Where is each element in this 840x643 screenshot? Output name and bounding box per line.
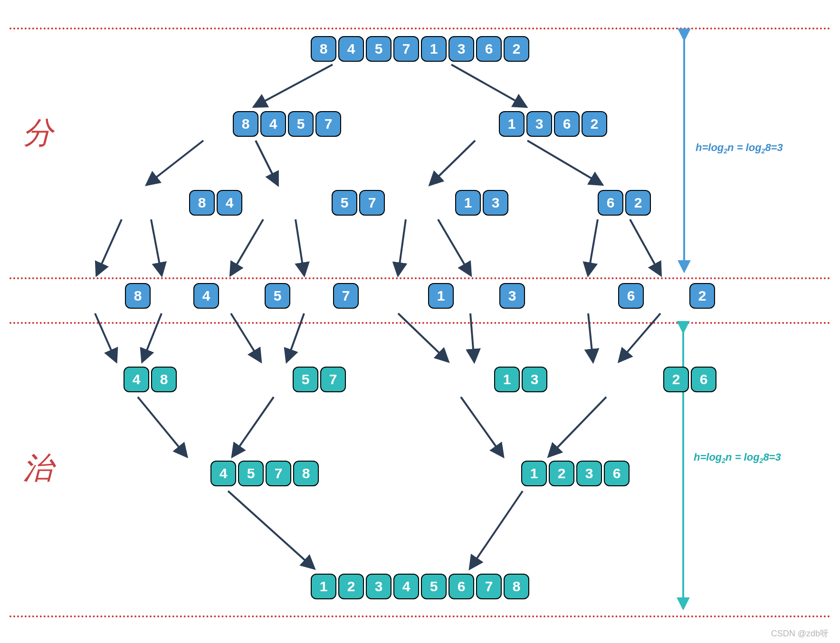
value-box: 6 bbox=[604, 461, 630, 486]
svg-line-28 bbox=[228, 491, 314, 568]
divide-level-3: 84571362 bbox=[0, 283, 840, 309]
value-box: 5 bbox=[288, 111, 314, 137]
conquer-level-2: 12345678 bbox=[0, 574, 840, 599]
svg-line-25 bbox=[233, 397, 274, 456]
value-box: 7 bbox=[266, 461, 291, 486]
value-box: 8 bbox=[151, 367, 177, 392]
value-box: 8 bbox=[311, 36, 336, 62]
conquer-level-0: 48571326 bbox=[0, 367, 840, 392]
value-group: 26 bbox=[663, 367, 716, 392]
value-group: 57 bbox=[293, 367, 346, 392]
svg-line-16 bbox=[95, 313, 116, 361]
value-box: 6 bbox=[554, 111, 580, 137]
divider-bottom bbox=[10, 615, 830, 617]
divide-level-0: 84571362 bbox=[0, 36, 840, 62]
value-box: 4 bbox=[210, 461, 236, 486]
value-box: 3 bbox=[483, 190, 508, 216]
value-box: 6 bbox=[598, 190, 623, 216]
value-box: 1 bbox=[494, 367, 520, 392]
value-box: 4 bbox=[217, 190, 242, 216]
value-box: 6 bbox=[476, 36, 502, 62]
value-group: 7 bbox=[333, 283, 359, 309]
value-box: 7 bbox=[333, 283, 359, 309]
value-box: 7 bbox=[315, 111, 341, 137]
value-group: 57 bbox=[332, 190, 385, 216]
svg-line-24 bbox=[138, 397, 186, 456]
value-box: 8 bbox=[293, 461, 319, 486]
svg-line-12 bbox=[398, 219, 406, 274]
value-group: 8457 bbox=[233, 111, 341, 137]
svg-line-3 bbox=[451, 65, 525, 106]
value-group: 13 bbox=[494, 367, 547, 392]
value-box: 1 bbox=[311, 574, 336, 599]
value-box: 3 bbox=[522, 367, 547, 392]
value-box: 7 bbox=[359, 190, 385, 216]
value-box: 5 bbox=[293, 367, 318, 392]
value-box: 3 bbox=[449, 36, 474, 62]
value-box: 4 bbox=[393, 574, 419, 599]
value-box: 4 bbox=[193, 283, 219, 309]
value-box: 2 bbox=[625, 190, 651, 216]
svg-line-6 bbox=[430, 141, 475, 184]
value-box: 3 bbox=[526, 111, 552, 137]
value-group: 62 bbox=[598, 190, 651, 216]
value-box: 4 bbox=[124, 367, 149, 392]
arrows-layer bbox=[0, 0, 840, 643]
value-box: 4 bbox=[260, 111, 286, 137]
watermark: CSDN @zdb呀 bbox=[771, 628, 829, 639]
svg-line-23 bbox=[620, 313, 660, 361]
value-group: 5 bbox=[265, 283, 290, 309]
value-box: 2 bbox=[338, 574, 364, 599]
svg-line-19 bbox=[287, 313, 304, 361]
value-box: 8 bbox=[233, 111, 258, 137]
value-box: 3 bbox=[366, 574, 391, 599]
formula-divide: h=log2n = log28=3 bbox=[696, 142, 783, 155]
value-box: 5 bbox=[265, 283, 290, 309]
svg-line-4 bbox=[147, 141, 203, 184]
value-box: 3 bbox=[576, 461, 602, 486]
value-box: 5 bbox=[366, 36, 391, 62]
value-group: 3 bbox=[499, 283, 525, 309]
value-group: 2 bbox=[689, 283, 715, 309]
value-group: 6 bbox=[618, 283, 644, 309]
conquer-level-1: 45781236 bbox=[0, 461, 840, 486]
value-box: 2 bbox=[663, 367, 689, 392]
svg-line-7 bbox=[527, 141, 601, 184]
value-group: 48 bbox=[124, 367, 177, 392]
value-box: 7 bbox=[476, 574, 502, 599]
value-box: 7 bbox=[320, 367, 346, 392]
value-box: 1 bbox=[455, 190, 481, 216]
svg-line-11 bbox=[296, 219, 304, 274]
value-box: 2 bbox=[689, 283, 715, 309]
value-group: 1236 bbox=[521, 461, 630, 486]
value-box: 3 bbox=[499, 283, 525, 309]
value-group: 84 bbox=[189, 190, 242, 216]
svg-line-29 bbox=[470, 491, 523, 568]
value-box: 6 bbox=[618, 283, 644, 309]
value-group: 12345678 bbox=[311, 574, 529, 599]
divide-level-1: 84571362 bbox=[0, 111, 840, 137]
svg-line-2 bbox=[255, 65, 333, 106]
svg-line-15 bbox=[630, 219, 660, 274]
svg-line-26 bbox=[461, 397, 503, 456]
divider-mid-upper bbox=[10, 277, 830, 279]
value-group: 84571362 bbox=[311, 36, 529, 62]
svg-line-8 bbox=[97, 219, 122, 274]
value-box: 1 bbox=[499, 111, 525, 137]
svg-line-9 bbox=[151, 219, 162, 274]
svg-line-14 bbox=[588, 219, 598, 274]
value-group: 4578 bbox=[210, 461, 319, 486]
value-box: 4 bbox=[338, 36, 364, 62]
value-box: 1 bbox=[421, 36, 447, 62]
value-box: 5 bbox=[332, 190, 357, 216]
value-box: 1 bbox=[428, 283, 454, 309]
svg-line-22 bbox=[588, 313, 593, 361]
svg-line-10 bbox=[231, 219, 263, 274]
svg-line-17 bbox=[143, 313, 162, 361]
divider-mid-lower bbox=[10, 322, 830, 324]
value-box: 8 bbox=[504, 574, 529, 599]
value-box: 8 bbox=[189, 190, 215, 216]
svg-line-5 bbox=[256, 141, 277, 184]
value-group: 8 bbox=[125, 283, 151, 309]
value-box: 5 bbox=[421, 574, 447, 599]
